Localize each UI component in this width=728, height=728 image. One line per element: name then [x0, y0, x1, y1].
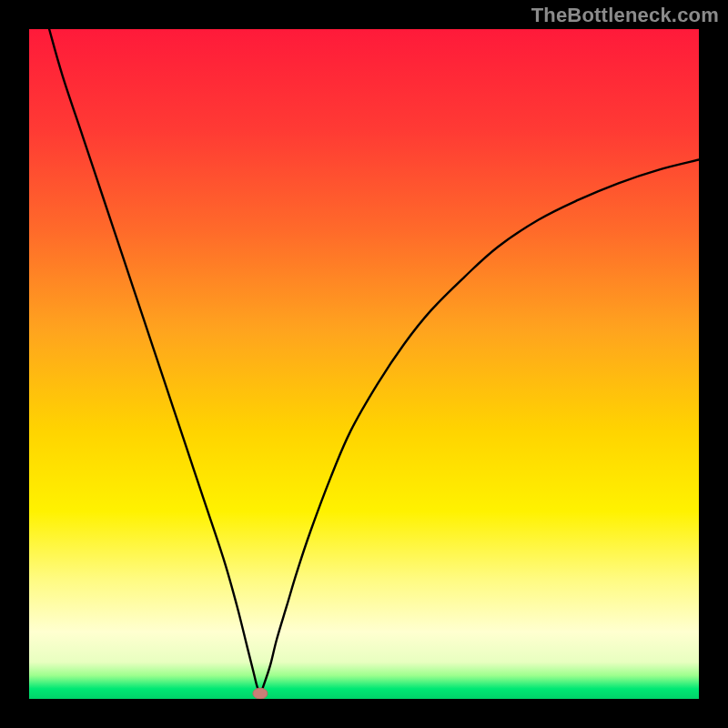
chart-svg: [29, 29, 699, 699]
gradient-background: [29, 29, 699, 699]
watermark-text: TheBottleneck.com: [531, 4, 719, 27]
optimum-marker: [253, 688, 268, 699]
chart-frame: TheBottleneck.com: [0, 0, 728, 728]
plot-area: [29, 29, 699, 699]
